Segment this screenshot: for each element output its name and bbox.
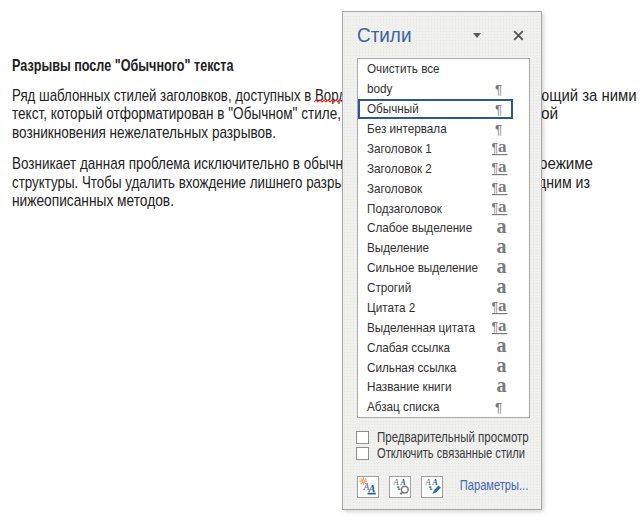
svg-text:A: A (368, 482, 376, 493)
svg-text:¶: ¶ (495, 400, 502, 415)
svg-text:a: a (498, 180, 507, 196)
svg-text:a: a (497, 339, 507, 355)
svg-text:a: a (498, 140, 507, 156)
svg-text:A: A (424, 477, 431, 487)
svg-text:A: A (431, 478, 437, 487)
svg-text:¶: ¶ (495, 82, 502, 97)
svg-text:¶: ¶ (495, 101, 502, 116)
svg-text:a: a (498, 299, 507, 315)
svg-text:a: a (497, 220, 507, 236)
svg-text:a: a (497, 260, 507, 276)
svg-text:A: A (393, 477, 400, 487)
svg-text:a: a (497, 240, 507, 256)
svg-text:a: a (497, 379, 507, 395)
svg-text:a: a (497, 359, 507, 375)
svg-text:a: a (498, 200, 507, 216)
svg-text:a: a (498, 319, 507, 335)
svg-text:a: a (497, 280, 507, 296)
svg-text:a: a (498, 160, 507, 176)
svg-text:¶: ¶ (495, 121, 502, 136)
